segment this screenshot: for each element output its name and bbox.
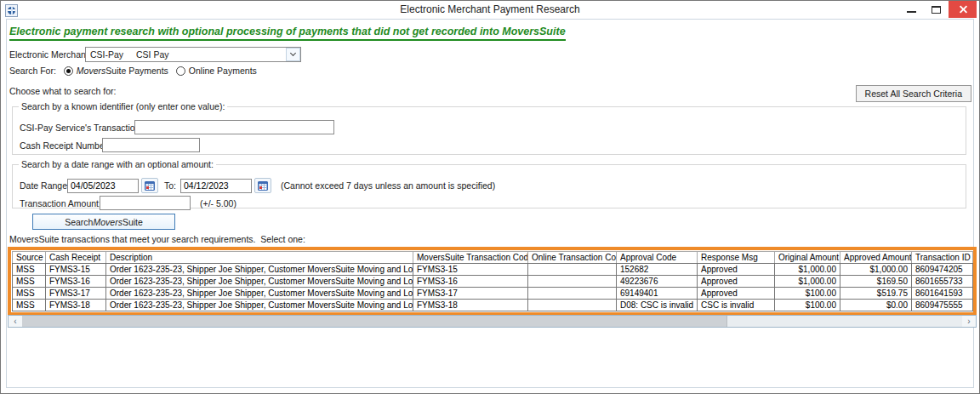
table-row[interactable]: MSSFYMS3-17Order 1623-235-23, Shipper Jo… [13, 288, 973, 300]
close-button[interactable] [949, 1, 977, 18]
reset-search-button[interactable]: Reset All Search Criteria [856, 85, 971, 102]
table-row[interactable]: MSSFYMS3-18Order 1623-235-23, Shipper Jo… [13, 300, 973, 311]
column-header[interactable]: Cash Receipt [46, 252, 106, 264]
from-date-calendar-button[interactable] [141, 178, 158, 193]
scrollbar-right-arrow-icon[interactable]: › [962, 316, 976, 327]
table-cell[interactable]: Approved [698, 276, 775, 288]
close-icon [958, 5, 967, 14]
table-cell[interactable]: Order 1623-235-23, Shipper Joe Shipper, … [106, 276, 413, 288]
minimize-icon [907, 11, 916, 13]
choose-search-label: Choose what to search for: [9, 86, 116, 96]
column-header[interactable]: Transaction ID [912, 252, 973, 264]
chevron-down-icon[interactable] [286, 48, 300, 61]
table-cell[interactable]: MSS [13, 300, 46, 311]
table-cell[interactable]: 152682 [617, 264, 698, 276]
maximize-button[interactable] [924, 1, 949, 18]
table-cell[interactable]: $0.00 [840, 300, 912, 311]
table-cell[interactable]: FYMS3-15 [413, 264, 528, 276]
radio-moverssuite-label-italic: Movers [77, 66, 105, 76]
scrollbar-left-arrow-icon[interactable]: ‹ [9, 316, 22, 327]
table-cell[interactable]: MSS [13, 276, 46, 288]
table-header-row: SourceCash ReceiptDescriptionMoversSuite… [13, 252, 973, 264]
transaction-amount-input[interactable] [100, 196, 191, 210]
radio-moverssuite-payments[interactable]: MoversSuite Payments [64, 66, 168, 76]
results-label: MoversSuite transactions that meet your … [9, 234, 305, 244]
calendar-icon [145, 181, 155, 191]
table-cell[interactable] [528, 300, 617, 311]
table-cell[interactable]: D08: CSC is invalid [617, 300, 698, 311]
table-cell[interactable] [528, 276, 617, 288]
table-cell[interactable]: 8601655733 [912, 276, 973, 288]
table-cell[interactable] [528, 264, 617, 276]
transaction-id-input[interactable] [134, 120, 334, 134]
table-cell[interactable]: $169.50 [840, 276, 912, 288]
to-date-input[interactable] [180, 179, 252, 193]
identifier-groupbox: Search by a known identifier (only enter… [12, 101, 966, 155]
table-cell[interactable]: 49223676 [617, 276, 698, 288]
results-table: SourceCash ReceiptDescriptionMoversSuite… [12, 251, 973, 311]
table-cell[interactable]: Approved [698, 288, 775, 300]
table-cell[interactable]: FYMS3-16 [413, 276, 528, 288]
daterange-group-title: Search by a date range with an optional … [19, 159, 216, 169]
table-cell[interactable]: FYMS3-18 [46, 300, 106, 311]
table-cell[interactable]: Order 1623-235-23, Shipper Joe Shipper, … [106, 288, 413, 300]
table-cell[interactable]: $1,000.00 [775, 276, 840, 288]
to-label: To: [164, 180, 176, 191]
daterange-groupbox: Search by a date range with an optional … [12, 159, 966, 208]
table-cell[interactable]: 8601641593 [912, 288, 973, 300]
column-header[interactable]: Description [106, 252, 413, 264]
scrollbar-thumb[interactable] [22, 316, 727, 327]
table-cell[interactable]: FYMS3-18 [413, 300, 528, 311]
merchant-label: Electronic Merchant: [9, 49, 91, 60]
column-header[interactable]: Online Transaction Code [528, 252, 617, 264]
calendar-icon [258, 181, 268, 191]
date-range-label: Date Range: [20, 180, 67, 191]
minimize-button[interactable] [899, 1, 924, 18]
table-cell[interactable]: 8609475555 [912, 300, 973, 311]
cash-receipt-number-input[interactable] [102, 138, 200, 152]
radio-online-payments[interactable]: Online Payments [176, 66, 257, 76]
table-cell[interactable]: MSS [13, 264, 46, 276]
column-header[interactable]: MoversSuite Transaction Code [413, 252, 528, 264]
table-row[interactable]: MSSFYMS3-16Order 1623-235-23, Shipper Jo… [13, 276, 973, 288]
table-cell[interactable]: 69149401 [617, 288, 698, 300]
column-header[interactable]: Source [13, 252, 46, 264]
radio-unselected-icon [176, 66, 185, 76]
transaction-amount-note: (+/- 5.00) [200, 198, 236, 208]
search-for-label: Search For: [9, 66, 56, 76]
table-cell[interactable]: FYMS3-16 [46, 276, 106, 288]
search-moverssuite-button[interactable]: Search MoversSuite [32, 214, 175, 230]
scrollbar-track[interactable] [22, 316, 962, 327]
column-header[interactable]: Approved Amount [840, 252, 912, 264]
table-cell[interactable] [528, 288, 617, 300]
merchant-select[interactable]: CSI-Pay CSI Pay [85, 47, 301, 62]
table-cell[interactable]: $519.75 [840, 288, 912, 300]
column-header[interactable]: Approval Code [617, 252, 698, 264]
horizontal-scrollbar[interactable]: ‹ › [8, 315, 977, 328]
titlebar: Electronic Merchant Payment Research [1, 1, 979, 20]
table-cell[interactable]: Order 1623-235-23, Shipper Joe Shipper, … [106, 264, 413, 276]
radio-selected-icon [64, 66, 73, 76]
table-cell[interactable]: $100.00 [775, 288, 840, 300]
search-for-row: Search For: MoversSuite Payments Online … [9, 66, 257, 76]
table-cell[interactable]: FYMS3-17 [46, 288, 106, 300]
table-cell[interactable]: FYMS3-15 [46, 264, 106, 276]
window-title: Electronic Merchant Payment Research [1, 3, 979, 15]
column-header[interactable]: Response Msg [698, 252, 775, 264]
table-cell[interactable]: $1,000.00 [775, 264, 840, 276]
table-cell[interactable]: Approved [698, 264, 775, 276]
banner-text: Electronic payment research with optiona… [9, 26, 566, 41]
from-date-input[interactable] [67, 179, 139, 193]
table-cell[interactable]: MSS [13, 288, 46, 300]
table-cell[interactable]: CSC is invalid [698, 300, 775, 311]
table-cell[interactable]: $1,000.00 [840, 264, 912, 276]
transaction-id-label: CSI-Pay Service's Transaction ID: [20, 123, 134, 133]
table-cell[interactable]: Order 1623-235-23, Shipper Joe Shipper, … [106, 300, 413, 311]
table-cell[interactable]: $100.00 [775, 300, 840, 311]
to-date-calendar-button[interactable] [254, 178, 271, 193]
column-header[interactable]: Original Amount [775, 252, 840, 264]
table-cell[interactable]: FYMS3-17 [413, 288, 528, 300]
table-cell[interactable]: 8609474205 [912, 264, 973, 276]
merchant-code: CSI-Pay [86, 49, 136, 60]
table-row[interactable]: MSSFYMS3-15Order 1623-235-23, Shipper Jo… [13, 264, 973, 276]
